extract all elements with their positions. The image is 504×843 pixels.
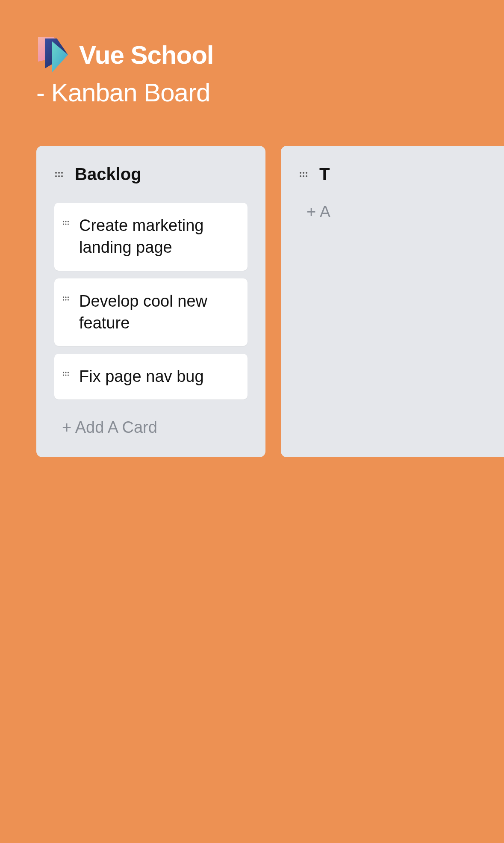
svg-point-10 xyxy=(65,224,66,225)
svg-point-14 xyxy=(68,296,69,298)
card-title: Develop cool new feature xyxy=(79,290,237,334)
svg-point-20 xyxy=(68,372,69,373)
svg-point-29 xyxy=(306,175,307,177)
svg-point-1 xyxy=(58,172,60,174)
drag-handle-icon[interactable] xyxy=(300,171,307,178)
svg-point-8 xyxy=(68,221,69,222)
svg-point-3 xyxy=(55,175,57,177)
svg-point-9 xyxy=(63,224,64,225)
vueschool-logo-icon xyxy=(36,35,70,74)
drag-handle-icon[interactable] xyxy=(62,219,70,227)
svg-point-7 xyxy=(65,221,66,222)
svg-point-24 xyxy=(300,172,301,174)
kanban-card[interactable]: Create marketing landing page xyxy=(54,203,248,271)
svg-point-11 xyxy=(68,224,69,225)
add-card-button[interactable]: + A xyxy=(299,203,492,221)
card-list: Create marketing landing page Develop co… xyxy=(54,203,248,399)
page-title: - Kanban Board xyxy=(36,78,468,107)
column-title: T xyxy=(319,165,330,184)
drag-handle-icon[interactable] xyxy=(62,370,70,378)
svg-point-28 xyxy=(303,175,304,177)
svg-point-0 xyxy=(55,172,57,174)
svg-point-22 xyxy=(65,375,66,376)
svg-point-5 xyxy=(61,175,63,177)
kanban-column-backlog: Backlog Create marketing landing page xyxy=(36,146,265,457)
svg-point-12 xyxy=(63,296,64,298)
svg-point-19 xyxy=(65,372,66,373)
svg-point-27 xyxy=(300,175,301,177)
drag-handle-icon[interactable] xyxy=(62,295,70,302)
column-header[interactable]: Backlog xyxy=(54,165,248,184)
add-card-button[interactable]: + Add A Card xyxy=(54,418,248,437)
svg-point-17 xyxy=(68,299,69,300)
app-header: Vue School - Kanban Board xyxy=(0,0,504,107)
column-header[interactable]: T xyxy=(299,165,492,184)
svg-point-21 xyxy=(63,375,64,376)
kanban-board: Backlog Create marketing landing page xyxy=(0,107,504,457)
svg-point-2 xyxy=(61,172,63,174)
card-title: Create marketing landing page xyxy=(79,215,237,259)
logo-row: Vue School xyxy=(36,35,468,74)
kanban-card[interactable]: Develop cool new feature xyxy=(54,278,248,346)
svg-point-26 xyxy=(306,172,307,174)
svg-point-13 xyxy=(65,296,66,298)
kanban-column: T + A xyxy=(281,146,504,457)
svg-point-16 xyxy=(65,299,66,300)
svg-point-18 xyxy=(63,372,64,373)
kanban-card[interactable]: Fix page nav bug xyxy=(54,354,248,399)
column-title: Backlog xyxy=(75,165,141,184)
svg-point-15 xyxy=(63,299,64,300)
card-title: Fix page nav bug xyxy=(79,366,204,387)
svg-point-4 xyxy=(58,175,60,177)
svg-point-6 xyxy=(63,221,64,222)
svg-point-25 xyxy=(303,172,304,174)
svg-point-23 xyxy=(68,375,69,376)
brand-name: Vue School xyxy=(79,40,214,70)
drag-handle-icon[interactable] xyxy=(55,171,63,178)
